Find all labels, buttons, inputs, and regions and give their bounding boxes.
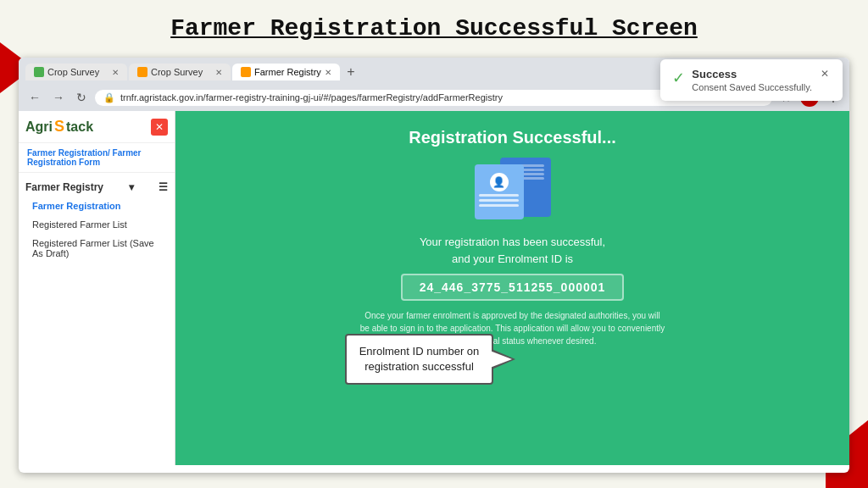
sidebar-item-registered-list[interactable]: Registered Farmer List (25, 215, 168, 234)
agri-logo: Agri S tack (25, 118, 93, 136)
sidebar: Agri S tack ✕ Farmer Registration/ Farme… (19, 111, 175, 465)
toast-check-icon: ✓ (672, 69, 685, 87)
toast-close-button[interactable]: ✕ (819, 68, 831, 80)
url-text: trnfr.agristack.gov.in/farmer-registry-t… (120, 92, 503, 103)
doc-line-2 (479, 199, 518, 202)
browser-tab-1[interactable]: Crop Survey ✕ (25, 64, 127, 80)
main-content-area: Registration Successful... (175, 111, 849, 465)
browser-content: Agri S tack ✕ Farmer Registration/ Farme… (19, 111, 849, 465)
enrolment-id-box: 24_446_3775_511255_000001 (401, 274, 625, 301)
document-front (475, 164, 524, 219)
sidebar-item-farmer-registration[interactable]: Farmer Registration (25, 197, 168, 215)
toast-message: Consent Saved Successfully. (692, 82, 812, 92)
enrolment-id-value: 24_446_3775_511255_000001 (420, 280, 606, 294)
breadcrumb-bar: Farmer Registration/ Farmer Registration… (19, 143, 175, 173)
new-tab-button[interactable]: + (342, 63, 360, 81)
document-icon (475, 158, 551, 221)
browser-tab-3[interactable]: Farmer Registry ✕ (232, 64, 340, 80)
logo-stack-text: tack (66, 119, 93, 135)
sidebar-item-label-0: Farmer Registration (32, 201, 121, 211)
doc-line-3 (479, 204, 518, 207)
success-toast: ✓ Success Consent Saved Successfully. ✕ (660, 59, 843, 101)
forward-button[interactable]: → (49, 89, 68, 106)
slide-background: Farmer Registration Successful Screen Cr… (0, 0, 868, 488)
sidebar-header: Agri S tack ✕ (19, 111, 175, 143)
tab-close-2[interactable]: ✕ (215, 68, 222, 77)
callout-annotation: Enrolment ID number on registration succ… (345, 334, 493, 385)
success-line1: Your registration has been successful, (420, 234, 605, 251)
tab-label-3: Farmer Registry (254, 67, 321, 77)
registration-title: Registration Successful... (409, 128, 616, 147)
callout-text: Enrolment ID number on registration succ… (359, 345, 480, 373)
sidebar-item-registered-draft[interactable]: Registered Farmer List (Save As Draft) (25, 234, 168, 263)
person-icon (490, 173, 509, 191)
tab-icon-3 (241, 67, 251, 77)
list-icon: ☰ (159, 181, 168, 193)
logo-s-icon: S (54, 118, 64, 136)
tab-close-1[interactable]: ✕ (112, 68, 119, 77)
breadcrumb-parent: Farmer Registration/ (27, 148, 110, 158)
chevron-down-icon: ▾ (129, 181, 134, 193)
close-sidebar-button[interactable]: ✕ (151, 119, 168, 136)
sidebar-section: Farmer Registry ▾ ☰ Farmer Registration … (19, 173, 175, 268)
tab-label-1: Crop Survey (47, 67, 99, 77)
page-title: Farmer Registration Successful Screen (0, 0, 868, 50)
sidebar-section-header[interactable]: Farmer Registry ▾ ☰ (25, 178, 168, 197)
success-line2: and your Enrolment ID is (420, 251, 605, 268)
sidebar-item-label-1: Registered Farmer List (32, 219, 127, 230)
sidebar-item-label-2: Registered Farmer List (Save As Draft) (32, 238, 154, 258)
doc-line-1 (479, 194, 518, 197)
tab-icon-2 (137, 67, 147, 77)
document-lines (479, 194, 518, 207)
toast-content: Success Consent Saved Successfully. (692, 68, 812, 92)
success-message: Your registration has been successful, a… (420, 234, 605, 267)
tab-label-2: Crop Survey (151, 67, 203, 77)
sidebar-section-label: Farmer Registry (25, 181, 103, 193)
browser-window: Crop Survey ✕ Crop Survey ✕ Farmer Regis… (19, 58, 849, 473)
toast-title: Success (692, 68, 812, 80)
refresh-button[interactable]: ↻ (73, 89, 90, 106)
browser-tab-2[interactable]: Crop Survey ✕ (129, 64, 231, 80)
logo-agri-text: Agri (25, 119, 53, 135)
tab-icon-1 (34, 67, 44, 77)
lock-icon: 🔒 (103, 92, 115, 103)
tab-close-3[interactable]: ✕ (325, 68, 331, 77)
back-button[interactable]: ← (25, 89, 44, 106)
